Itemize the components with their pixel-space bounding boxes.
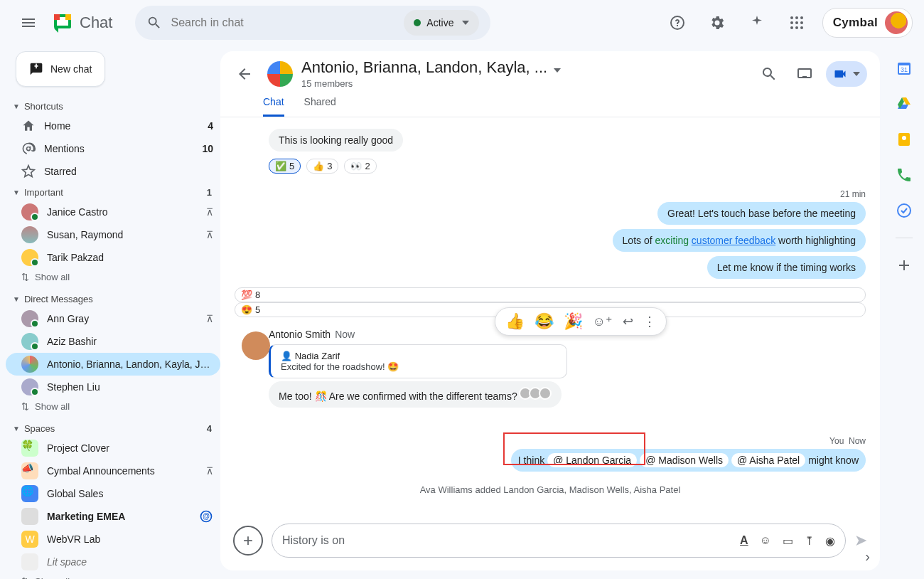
upload-button[interactable]: ⤒ [805,534,814,548]
mention-chip[interactable]: @ Madison Wells [640,453,729,467]
sidebar-item[interactable]: Marketing EMEA@ [6,505,220,528]
new-chat-button[interactable]: New chat [16,51,105,87]
sidebar-item[interactable]: WWebVR Lab [6,528,220,551]
svg-text:31: 31 [901,66,908,73]
message-bubble: Lots of exciting customer feedback worth… [613,229,866,252]
video-call-button[interactable] [826,61,867,87]
format-button[interactable]: A [740,534,748,548]
svg-rect-16 [802,76,807,78]
shortcut-home[interactable]: Home4 [6,115,220,137]
section-shortcuts[interactable]: ▼Shortcuts [6,97,220,115]
show-all[interactable]: ⇅Show all [6,269,220,290]
search-icon [146,15,162,31]
status-dot-icon [414,19,421,26]
apps-button[interactable] [783,9,811,37]
avatar [885,11,908,34]
contacts-icon[interactable] [896,166,913,184]
reaction[interactable]: ✅5 [269,159,301,174]
tab-shared[interactable]: Shared [304,96,336,117]
sidebar-item[interactable]: Susan, Raymond⊼ [6,223,220,246]
add-addon-button[interactable] [896,257,913,274]
more-button[interactable]: ⋮ [643,314,656,329]
search-in-conversation-button[interactable] [755,60,783,88]
sparkle-button[interactable] [743,9,771,37]
mention-chip[interactable]: @ Aisha Patel [731,453,805,467]
sidebar-item[interactable]: Aziz Bashir [6,330,220,353]
message-hover-toolbar: 👍 😂 🎉 ☺⁺ ↩ ⋮ [495,307,667,336]
record-button[interactable]: ◉ [825,534,835,548]
sidebar-item[interactable]: Tarik Pakzad [6,246,220,269]
settings-button[interactable] [703,9,731,37]
collapse-panel-button[interactable]: › [865,548,870,565]
add-reaction-button[interactable]: ☺⁺ [593,314,613,329]
message-stream[interactable]: This is looking really good ✅5 👍3 👀2 21 … [220,117,880,516]
search-input[interactable] [171,16,391,29]
pin-icon: ⊼ [206,313,213,324]
sidebar-item[interactable]: Janice Castro⊼ [6,201,220,223]
shortcut-mentions[interactable]: Mentions10 [6,137,220,160]
section-spaces[interactable]: ▼Spaces4 [6,419,220,437]
emoji-button[interactable]: ☺ [760,534,771,548]
shortcut-starred[interactable]: Starred [6,160,220,183]
send-button[interactable]: ➤ [854,531,867,550]
home-icon [21,119,36,133]
timestamp: Now [849,436,866,446]
main-menu-button[interactable] [11,6,45,40]
avatar [242,331,270,360]
back-button[interactable] [230,60,259,88]
side-rail: 31 [884,46,924,579]
svg-point-5 [795,16,798,19]
svg-point-12 [800,26,803,29]
chevron-down-icon[interactable] [554,68,561,73]
reaction[interactable]: 👍3 [306,159,338,174]
group-avatar [267,61,293,87]
drive-icon[interactable] [896,95,913,112]
section-dms[interactable]: ▼Direct Messages [6,290,220,307]
help-button[interactable] [663,9,692,37]
account-chip[interactable]: Cymbal [822,8,913,38]
conversation-title: Antonio, Brianna, Landon, Kayla, ... [301,58,547,76]
reaction[interactable]: 💯8 [235,287,866,302]
add-attachment-button[interactable]: + [233,526,263,556]
react-tada[interactable]: 🎉 [564,312,583,331]
sender-you: You [829,436,844,446]
sidebar: New chat ▼Shortcuts Home4 Mentions10 Sta… [0,46,220,579]
timestamp: 21 min [235,189,866,199]
tab-chat[interactable]: Chat [263,96,284,117]
search-bar[interactable]: Active [135,6,490,40]
image-button[interactable]: ▭ [783,534,793,548]
new-chat-label: New chat [50,63,92,75]
message-input[interactable]: History is on A ☺ ▭ ⤒ ◉ [272,524,846,558]
react-thumbsup[interactable]: 👍 [505,312,525,331]
calendar-icon[interactable]: 31 [896,60,913,77]
sidebar-item[interactable]: 📣Cymbal Announcements⊼ [6,460,220,482]
link[interactable]: customer feedback [692,235,775,246]
sidebar-item[interactable]: 🌐Global Sales [6,482,220,505]
sidebar-item[interactable]: Ann Gray⊼ [6,307,220,330]
tasks-icon[interactable] [896,202,913,219]
section-important[interactable]: ▼Important1 [6,183,220,201]
svg-point-8 [795,21,798,24]
composer-placeholder: History is on [282,534,345,547]
svg-rect-2 [54,14,60,20]
svg-text:@: @ [203,512,210,520]
reply-button[interactable]: ↩ [623,314,633,329]
reaction[interactable]: 👀2 [344,159,376,174]
sidebar-item[interactable]: Stephen Liu [6,376,220,398]
chat-logo-icon [51,11,74,34]
react-joy[interactable]: 😂 [534,312,554,331]
sidebar-item[interactable]: Lit space [6,551,220,573]
mention-chip[interactable]: @ Landon Garcia [547,453,637,467]
svg-point-6 [800,16,803,19]
members-count: 15 members [301,78,561,89]
keep-icon[interactable] [896,131,913,148]
status-selector[interactable]: Active [404,10,479,36]
sidebar-item-active[interactable]: Antonio, Brianna, Landon, Kayla, Jo... [6,353,220,376]
show-all[interactable]: ⇅Show all [6,573,220,579]
svg-point-22 [898,204,910,217]
message-bubble: Great! Let's touch base before the meeti… [657,202,866,225]
show-all[interactable]: ⇅Show all [6,398,220,419]
sidebar-item[interactable]: 🍀Project Clover [6,437,220,460]
present-button[interactable] [790,60,819,88]
svg-point-11 [795,26,798,29]
